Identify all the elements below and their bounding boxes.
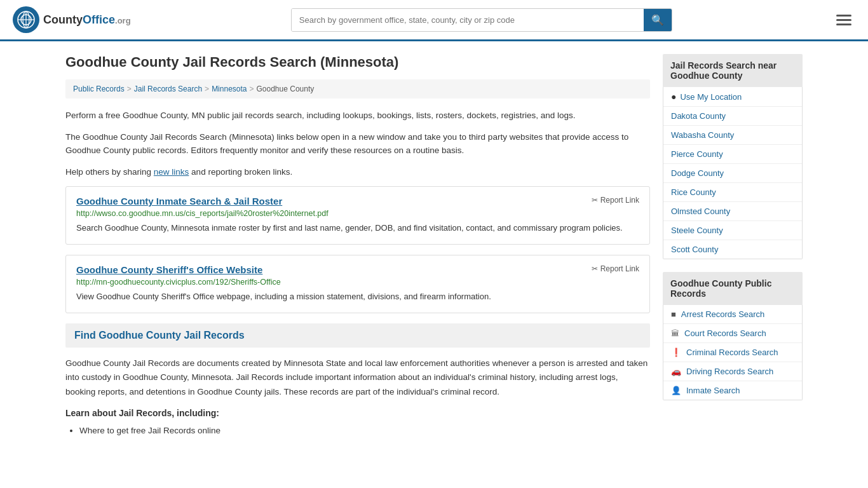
new-links-link[interactable]: new links (154, 167, 189, 177)
nearby-section: Jail Records Search near Goodhue County … (663, 54, 803, 259)
records-court[interactable]: 🏛 Court Records Search (663, 324, 802, 343)
use-my-location-item[interactable]: ● Use My Location (663, 87, 802, 107)
nearby-county-dodge[interactable]: Dodge County (663, 164, 802, 183)
description-1: Perform a free Goodhue County, MN public… (65, 109, 650, 123)
nearby-county-scott[interactable]: Scott County (663, 240, 802, 259)
use-my-location-link[interactable]: Use My Location (680, 92, 742, 102)
result-header-2: Goodhue County Sheriff's Office Website … (76, 264, 639, 278)
result-desc-2: View Goodhue County Sheriff's Office web… (76, 290, 639, 304)
find-section-body: Goodhue County Jail Records are document… (65, 356, 650, 399)
breadcrumb-jail-records-search[interactable]: Jail Records Search (134, 85, 202, 93)
result-url-2[interactable]: http://mn-goodhuecounty.civicplus.com/19… (76, 278, 639, 287)
result-title-1[interactable]: Goodhue County Inmate Search & Jail Rost… (76, 196, 282, 207)
logo[interactable]: CountyOffice.org (13, 6, 131, 33)
nearby-county-list: ● Use My Location Dakota County Wabasha … (663, 87, 803, 259)
nearby-section-title: Jail Records Search near Goodhue County (663, 54, 803, 87)
report-link-2[interactable]: ✂ Report Link (592, 264, 639, 273)
result-desc-1: Search Goodhue County, Minnesota inmate … (76, 222, 639, 235)
result-url-1[interactable]: http://wwso.co.goodhue.mn.us/cis_reports… (76, 209, 639, 218)
driving-icon: 🚗 (671, 367, 681, 376)
hamburger-line-2 (836, 19, 851, 21)
nearby-county-wabasha[interactable]: Wabasha County (663, 126, 802, 145)
records-inmate[interactable]: 👤 Inmate Search (663, 381, 802, 400)
desc3-prefix: Help others by sharing (65, 167, 154, 177)
records-driving[interactable]: 🚗 Driving Records Search (663, 362, 802, 381)
hamburger-line-3 (836, 24, 851, 25)
result-header-1: Goodhue County Inmate Search & Jail Rost… (76, 196, 639, 209)
sidebar: Jail Records Search near Goodhue County … (663, 54, 803, 438)
scissors-icon-1: ✂ (592, 196, 598, 205)
result-title-2[interactable]: Goodhue County Sheriff's Office Website (76, 264, 262, 275)
records-arrest[interactable]: ■ Arrest Records Search (663, 305, 802, 324)
breadcrumb-sep-2: > (205, 85, 209, 93)
location-icon: ● (671, 92, 676, 102)
nearby-county-pierce[interactable]: Pierce County (663, 145, 802, 164)
result-card-1: Goodhue County Inmate Search & Jail Rost… (65, 186, 650, 245)
nearby-county-rice[interactable]: Rice County (663, 183, 802, 202)
description-3: Help others by sharing new links and rep… (65, 165, 650, 179)
records-section: Goodhue County Public Records ■ Arrest R… (663, 272, 803, 400)
breadcrumb-goodhue-county: Goodhue County (257, 85, 315, 93)
learn-heading: Learn about Jail Records, including: (65, 408, 650, 418)
find-section-heading: Find Goodhue County Jail Records (65, 323, 650, 348)
search-button[interactable]: 🔍 (644, 9, 672, 31)
inmate-icon: 👤 (671, 386, 681, 395)
breadcrumb-sep-1: > (127, 85, 132, 93)
logo-text-area: CountyOffice.org (43, 13, 131, 27)
nearby-county-steele[interactable]: Steele County (663, 221, 802, 240)
page-title: Goodhue County Jail Records Search (Minn… (65, 54, 650, 71)
desc3-suffix: and reporting broken links. (189, 167, 292, 177)
breadcrumb-minnesota[interactable]: Minnesota (212, 85, 247, 93)
breadcrumb-public-records[interactable]: Public Records (73, 85, 125, 93)
court-icon: 🏛 (671, 329, 679, 338)
records-list: ■ Arrest Records Search 🏛 Court Records … (663, 305, 803, 400)
scissors-icon-2: ✂ (592, 264, 598, 273)
page-wrapper: Goodhue County Jail Records Search (Minn… (53, 41, 815, 451)
menu-button[interactable] (832, 11, 855, 29)
nearby-county-dakota[interactable]: Dakota County (663, 107, 802, 126)
site-header: CountyOffice.org 🔍 (0, 0, 868, 41)
records-section-title: Goodhue County Public Records (663, 272, 803, 305)
hamburger-line-1 (836, 15, 851, 17)
breadcrumb-sep-3: > (250, 85, 254, 93)
logo-icon (13, 6, 39, 33)
nearby-county-olmsted[interactable]: Olmsted County (663, 202, 802, 221)
description-2: The Goodhue County Jail Records Search (… (65, 130, 650, 158)
learn-bullets: Where to get free Jail Records online (79, 423, 650, 438)
search-input[interactable] (292, 9, 644, 31)
records-criminal[interactable]: ❗ Criminal Records Search (663, 343, 802, 362)
arrest-icon: ■ (671, 309, 676, 319)
report-link-1[interactable]: ✂ Report Link (592, 196, 639, 205)
search-area: 🔍 (291, 8, 672, 32)
search-icon: 🔍 (651, 15, 664, 25)
search-input-wrap: 🔍 (291, 8, 672, 32)
result-card-2: Goodhue County Sheriff's Office Website … (65, 255, 650, 313)
bullet-item-1: Where to get free Jail Records online (79, 423, 650, 438)
criminal-icon: ❗ (671, 348, 681, 357)
breadcrumb: Public Records > Jail Records Search > M… (65, 79, 650, 98)
main-content: Goodhue County Jail Records Search (Minn… (65, 54, 650, 438)
